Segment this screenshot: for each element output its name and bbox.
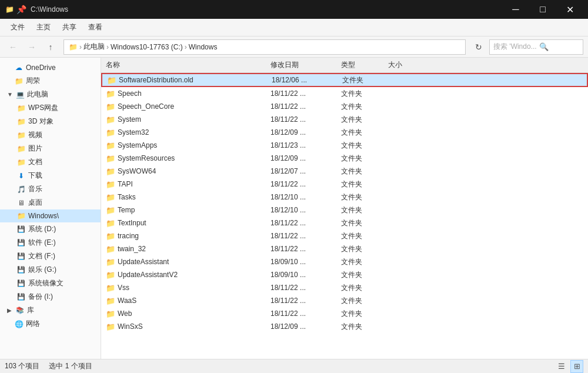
- file-row-waas[interactable]: 📁 WaaS 18/11/22 ... 文件夹: [101, 294, 588, 307]
- cell-type-speech: 文件夹: [336, 89, 383, 99]
- forward-button[interactable]: →: [24, 39, 40, 55]
- file-row-systemresources[interactable]: 📁 SystemResources 18/12/09 ... 文件夹: [101, 152, 588, 165]
- filename-tracing: tracing: [118, 232, 139, 240]
- folder-icon-systemapps: 📁: [106, 141, 115, 150]
- breadcrumb-part-drive[interactable]: Windows10-17763 (C:): [111, 43, 183, 51]
- filename-twain32: twain_32: [118, 245, 146, 253]
- sidebar-label-drive-e: 软件 (E:): [28, 238, 56, 248]
- sidebar-item-mirror[interactable]: 💾 系统镜像文: [0, 277, 101, 290]
- sidebar-item-windows[interactable]: 📁 Windows\: [0, 209, 101, 222]
- sidebar-item-music[interactable]: 🎵 音乐: [0, 182, 101, 196]
- folder-icon-winsxs: 📁: [106, 322, 115, 331]
- col-header-type[interactable]: 类型: [336, 60, 383, 70]
- file-row-tracing[interactable]: 📁 tracing 18/11/22 ... 文件夹: [101, 229, 588, 242]
- network-icon: 🌐: [14, 319, 24, 329]
- sidebar-item-network[interactable]: 🌐 网络: [0, 317, 101, 331]
- folder-icon-web: 📁: [106, 309, 115, 318]
- file-row-system[interactable]: 📁 System 18/11/22 ... 文件夹: [101, 113, 588, 126]
- view-detail-button[interactable]: ⊞: [570, 360, 583, 373]
- filename-speech: Speech: [118, 89, 142, 98]
- refresh-button[interactable]: ↻: [470, 39, 487, 55]
- menu-home[interactable]: 主页: [31, 20, 56, 35]
- cell-date-speech: 18/11/22 ...: [266, 89, 336, 98]
- sidebar-item-desktop[interactable]: 🖥 桌面: [0, 196, 101, 209]
- sidebar-item-drive-i[interactable]: 💾 备份 (I:): [0, 290, 101, 304]
- sidebar-item-document[interactable]: 📁 文档: [0, 155, 101, 169]
- menu-share[interactable]: 共享: [56, 20, 82, 35]
- onedrive-icon: ☁: [14, 63, 24, 72]
- cell-type-tracing: 文件夹: [336, 231, 383, 241]
- file-row-systemapps[interactable]: 📁 SystemApps 18/11/23 ... 文件夹: [101, 139, 588, 152]
- sidebar-item-onedrive[interactable]: ☁ OneDrive: [0, 61, 101, 74]
- sidebar-item-this-pc[interactable]: ▼ 💻 此电脑: [0, 88, 101, 101]
- file-row-tasks[interactable]: 📁 Tasks 18/12/10 ... 文件夹: [101, 191, 588, 204]
- file-row-syswow64[interactable]: 📁 SysWOW64 18/12/07 ... 文件夹: [101, 165, 588, 178]
- file-row-web[interactable]: 📁 Web 18/11/22 ... 文件夹: [101, 307, 588, 320]
- maximize-button[interactable]: □: [529, 0, 556, 19]
- minimize-button[interactable]: ─: [502, 0, 529, 19]
- sidebar-item-3d[interactable]: 📁 3D 对象: [0, 115, 101, 128]
- cell-date-twain32: 18/11/22 ...: [266, 245, 336, 253]
- breadcrumb-part-pc[interactable]: 此电脑: [83, 42, 105, 52]
- cell-date-winsxs: 18/12/09 ...: [266, 322, 336, 331]
- folder-icon-tapi: 📁: [106, 180, 115, 189]
- cell-date-textinput: 18/11/22 ...: [266, 219, 336, 227]
- sidebar-item-download[interactable]: ⬇ 下载: [0, 169, 101, 182]
- library-icon: 📚: [15, 306, 25, 315]
- drive-icon-g: 💾: [16, 265, 26, 275]
- file-row-updateassistantv2[interactable]: 📁 UpdateAssistantV2 18/09/10 ... 文件夹: [101, 268, 588, 281]
- col-header-date[interactable]: 修改日期: [266, 60, 336, 70]
- file-row-tapi[interactable]: 📁 TAPI 18/11/22 ... 文件夹: [101, 178, 588, 191]
- cell-date-systemresources: 18/12/09 ...: [266, 154, 336, 162]
- file-row-softdist[interactable]: 📁 SoftwareDistribution.old 18/12/06 ... …: [101, 73, 588, 87]
- file-row-speech[interactable]: 📁 Speech 18/11/22 ... 文件夹: [101, 87, 588, 100]
- file-row-speech-onecore[interactable]: 📁 Speech_OneCore 18/11/22 ... 文件夹: [101, 100, 588, 113]
- cell-type-tasks: 文件夹: [336, 192, 383, 202]
- close-button[interactable]: ✕: [556, 0, 583, 19]
- file-row-updateassistant[interactable]: 📁 UpdateAssistant 18/09/10 ... 文件夹: [101, 255, 588, 268]
- window-controls: ─ □ ✕: [502, 0, 583, 19]
- sidebar-item-library[interactable]: ▶ 📚 库: [0, 304, 101, 317]
- sidebar-label-desktop: 桌面: [28, 198, 42, 208]
- filename-temp: Temp: [118, 206, 135, 214]
- cell-type-updateassistantv2: 文件夹: [336, 270, 383, 280]
- up-button[interactable]: ↑: [42, 39, 59, 55]
- search-bar[interactable]: 搜索 'Windo... 🔍: [489, 39, 583, 55]
- cell-date-tapi: 18/11/22 ...: [266, 180, 336, 188]
- folder-icon-video: 📁: [16, 131, 26, 140]
- filename-web: Web: [118, 309, 132, 318]
- breadcrumb[interactable]: 📁 › 此电脑 › Windows10-17763 (C:) › Windows: [64, 39, 466, 55]
- cell-name-tapi: 📁 TAPI: [101, 180, 266, 189]
- cell-type-twain32: 文件夹: [336, 244, 383, 254]
- sidebar-item-drive-f[interactable]: 💾 文档 (F:): [0, 249, 101, 263]
- col-header-size[interactable]: 大小: [383, 60, 430, 70]
- window-title: C:\Windows: [31, 5, 502, 14]
- breadcrumb-part-windows[interactable]: Windows: [189, 43, 218, 51]
- sidebar-item-drive-d[interactable]: 💾 系统 (D:): [0, 222, 101, 236]
- file-row-system32[interactable]: 📁 System32 18/12/09 ... 文件夹: [101, 126, 588, 139]
- file-row-winsxs[interactable]: 📁 WinSxS 18/12/09 ... 文件夹: [101, 320, 588, 333]
- cell-name-vss: 📁 Vss: [101, 284, 266, 292]
- cell-name-syswow64: 📁 SysWOW64: [101, 167, 266, 176]
- search-icon[interactable]: 🔍: [539, 42, 549, 51]
- sidebar-label-pc: 此电脑: [27, 89, 48, 99]
- sidebar-item-drive-e[interactable]: 💾 软件 (E:): [0, 236, 101, 249]
- file-row-temp[interactable]: 📁 Temp 18/12/10 ... 文件夹: [101, 204, 588, 217]
- sidebar-item-video[interactable]: 📁 视频: [0, 128, 101, 142]
- file-row-textinput[interactable]: 📁 TextInput 18/11/22 ... 文件夹: [101, 217, 588, 229]
- menu-view[interactable]: 查看: [82, 20, 108, 35]
- view-list-button[interactable]: ☰: [555, 360, 568, 373]
- col-header-name[interactable]: 名称: [101, 60, 266, 70]
- title-icons: 📁 📌: [5, 5, 26, 14]
- cell-type-system32: 文件夹: [336, 128, 383, 138]
- file-row-vss[interactable]: 📁 Vss 18/11/22 ... 文件夹: [101, 281, 588, 294]
- filename-waas: WaaS: [118, 297, 136, 305]
- file-row-twain32[interactable]: 📁 twain_32 18/11/22 ... 文件夹: [101, 242, 588, 255]
- sidebar-label-drive-g: 娱乐 (G:): [28, 265, 56, 275]
- back-button[interactable]: ←: [5, 39, 21, 55]
- sidebar-item-drive-g[interactable]: 💾 娱乐 (G:): [0, 263, 101, 277]
- sidebar-item-wps[interactable]: 📁 WPS网盘: [0, 101, 101, 115]
- sidebar-item-zhouwei[interactable]: 📁 周荣: [0, 74, 101, 88]
- menu-file[interactable]: 文件: [5, 20, 31, 35]
- sidebar-item-picture[interactable]: 📁 图片: [0, 142, 101, 155]
